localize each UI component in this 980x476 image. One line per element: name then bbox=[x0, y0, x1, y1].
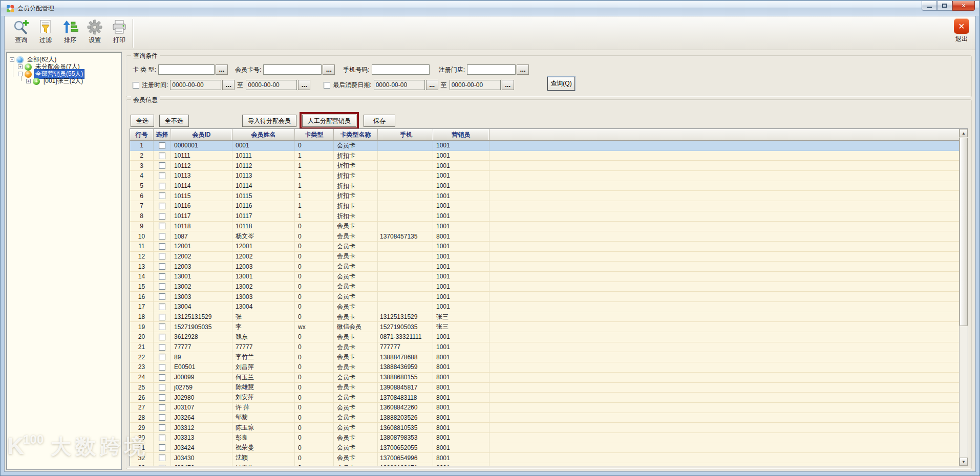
column-header-select[interactable]: 选择 bbox=[154, 129, 171, 140]
table-row[interactable]: 1613003130030会员卡1001 bbox=[130, 292, 959, 302]
column-header-sales[interactable]: 营销员 bbox=[433, 129, 489, 140]
row-checkbox[interactable] bbox=[159, 233, 165, 240]
expand-icon[interactable]: + bbox=[26, 79, 31, 83]
row-checkbox[interactable] bbox=[159, 394, 165, 401]
row-checkbox[interactable] bbox=[159, 435, 165, 441]
table-row[interactable]: 610115101151折扣卡1001 bbox=[130, 191, 959, 201]
row-checkbox[interactable] bbox=[159, 455, 165, 461]
card-type-input[interactable] bbox=[158, 64, 215, 75]
card-no-input[interactable] bbox=[263, 64, 322, 75]
column-header-cardtypename[interactable]: 卡类型名称 bbox=[334, 129, 378, 140]
scroll-down-icon[interactable]: ▼ bbox=[960, 458, 968, 466]
row-checkbox[interactable] bbox=[159, 334, 165, 340]
table-row[interactable]: 210111101111折扣卡1001 bbox=[130, 151, 959, 161]
table-row[interactable]: 30J03313彭良0会员卡138087983538001 bbox=[130, 433, 959, 443]
row-checkbox[interactable] bbox=[159, 344, 165, 351]
reg-time-to-input[interactable] bbox=[246, 80, 297, 90]
collapse-icon[interactable]: - bbox=[18, 72, 23, 76]
last-consume-checkbox[interactable] bbox=[324, 82, 330, 89]
table-row[interactable]: 24J00099何玉兰0会员卡138886801558001 bbox=[130, 373, 959, 383]
table-row[interactable]: 1513002130020会员卡1001 bbox=[130, 282, 959, 292]
row-checkbox[interactable] bbox=[159, 172, 165, 179]
table-row[interactable]: 29J03312陈玉琼0会员卡136088105358001 bbox=[130, 423, 959, 433]
select-none-button[interactable]: 全不选 bbox=[159, 115, 189, 127]
row-checkbox[interactable] bbox=[159, 183, 165, 189]
last-consume-from-browse-button[interactable]: ... bbox=[426, 80, 438, 90]
table-row[interactable]: 28J03264邹黎0会员卡138882035268001 bbox=[130, 413, 959, 423]
table-row[interactable]: 810117101171折扣卡1001 bbox=[130, 211, 959, 222]
row-checkbox[interactable] bbox=[159, 253, 165, 259]
collapse-icon[interactable]: - bbox=[10, 57, 14, 62]
row-checkbox[interactable] bbox=[159, 203, 165, 209]
table-row[interactable]: 31J03424祝荣蔓0会员卡137006520558001 bbox=[130, 443, 959, 453]
scroll-up-icon[interactable]: ▲ bbox=[960, 129, 968, 137]
reg-time-from-input[interactable] bbox=[170, 80, 221, 90]
table-vertical-scrollbar[interactable]: ▲ ▼ bbox=[959, 129, 968, 466]
row-checkbox[interactable] bbox=[159, 273, 165, 280]
row-checkbox[interactable] bbox=[159, 283, 165, 290]
table-row[interactable]: 101087杨文岑0会员卡137084571358001 bbox=[130, 231, 959, 242]
table-row[interactable]: 1000000100010会员卡1001 bbox=[130, 141, 959, 151]
row-checkbox[interactable] bbox=[159, 354, 165, 360]
row-checkbox[interactable] bbox=[159, 263, 165, 270]
table-row[interactable]: 1813125131529张0会员卡13125131529张三 bbox=[130, 312, 959, 322]
table-row[interactable]: 26J02980刘安萍0会员卡137084831188001 bbox=[130, 393, 959, 403]
row-checkbox[interactable] bbox=[159, 374, 165, 381]
table-row[interactable]: 27J03107许 萍0会员卡136088422608001 bbox=[130, 403, 959, 413]
row-checkbox[interactable] bbox=[159, 213, 165, 220]
row-checkbox[interactable] bbox=[159, 293, 165, 300]
toolbar-search-button[interactable]: 查询 bbox=[9, 18, 33, 45]
row-checkbox[interactable] bbox=[159, 153, 165, 159]
store-browse-button[interactable]: ... bbox=[517, 64, 529, 75]
store-input[interactable] bbox=[467, 64, 516, 75]
maximize-button[interactable] bbox=[937, 1, 952, 11]
last-consume-to-browse-button[interactable]: ... bbox=[502, 80, 514, 90]
table-row[interactable]: 1413001130010会员卡1001 bbox=[130, 272, 959, 282]
reg-time-to-browse-button[interactable]: ... bbox=[298, 80, 310, 90]
table-row[interactable]: 1212002120020会员卡1001 bbox=[130, 252, 959, 262]
row-checkbox[interactable] bbox=[159, 142, 165, 149]
last-consume-from-input[interactable] bbox=[374, 80, 425, 90]
import-members-button[interactable]: 导入待分配会员 bbox=[242, 115, 296, 127]
toolbar-print-button[interactable]: 打印 bbox=[107, 18, 132, 45]
toolbar-settings-button[interactable]: 设置 bbox=[82, 18, 107, 45]
row-checkbox[interactable] bbox=[159, 384, 165, 391]
search-query-button[interactable]: 查询(Q) bbox=[547, 77, 575, 91]
column-header-name[interactable]: 会员姓名 bbox=[232, 129, 295, 140]
row-checkbox[interactable] bbox=[159, 404, 165, 411]
toolbar-exit-button[interactable]: ✕ 退出 bbox=[954, 18, 969, 44]
table-row[interactable]: 2177777777770会员卡7777771001 bbox=[130, 342, 959, 353]
row-checkbox[interactable] bbox=[159, 424, 165, 431]
table-row[interactable]: 32J03430沈颖0会员卡137006549968001 bbox=[130, 453, 959, 463]
table-row[interactable]: 25j02759陈雄慧0会员卡139088458178001 bbox=[130, 383, 959, 393]
card-type-browse-button[interactable]: ... bbox=[216, 64, 228, 75]
expand-icon[interactable]: + bbox=[18, 64, 23, 69]
table-row[interactable]: 310112101121折扣卡1001 bbox=[130, 161, 959, 171]
card-no-browse-button[interactable]: ... bbox=[323, 64, 335, 75]
table-row[interactable]: 2289李竹兰0会员卡138884786888001 bbox=[130, 352, 959, 362]
row-checkbox[interactable] bbox=[159, 465, 165, 466]
minimize-button[interactable] bbox=[922, 1, 937, 11]
column-header-phone[interactable]: 手机 bbox=[378, 129, 433, 140]
table-row[interactable]: 203612928魏东0会员卡0871-333211111001 bbox=[130, 332, 959, 342]
row-checkbox[interactable] bbox=[159, 444, 165, 451]
table-row[interactable]: 1713004130040会员卡1001 bbox=[130, 302, 959, 312]
row-checkbox[interactable] bbox=[159, 323, 165, 330]
row-checkbox[interactable] bbox=[159, 192, 165, 199]
row-checkbox[interactable] bbox=[159, 162, 165, 169]
table-row[interactable]: 410113101131折扣卡1001 bbox=[130, 171, 959, 181]
row-checkbox[interactable] bbox=[159, 223, 165, 229]
column-header-cardtype[interactable]: 卡类型 bbox=[295, 129, 334, 140]
column-header-id[interactable]: 会员ID bbox=[171, 129, 232, 140]
table-row[interactable]: 710116101161折扣卡1001 bbox=[130, 201, 959, 211]
row-checkbox[interactable] bbox=[159, 414, 165, 421]
table-row[interactable]: 1112001120010会员卡1001 bbox=[130, 242, 959, 252]
select-all-button[interactable]: 全选 bbox=[131, 115, 154, 127]
table-row[interactable]: 1312003120030会员卡1001 bbox=[130, 262, 959, 272]
table-row[interactable]: 1915271905035李wx微信会员15271905035张三 bbox=[130, 322, 959, 332]
table-row[interactable]: 23E00501刘昌萍0会员卡138884369598001 bbox=[130, 362, 959, 373]
table-row[interactable]: 33J03476钟春抱0会员卡138881991718001 bbox=[130, 463, 959, 466]
manual-assign-button[interactable]: 人工分配营销员 bbox=[302, 115, 356, 127]
save-button[interactable]: 保存 bbox=[364, 115, 395, 127]
row-checkbox[interactable] bbox=[159, 364, 165, 371]
